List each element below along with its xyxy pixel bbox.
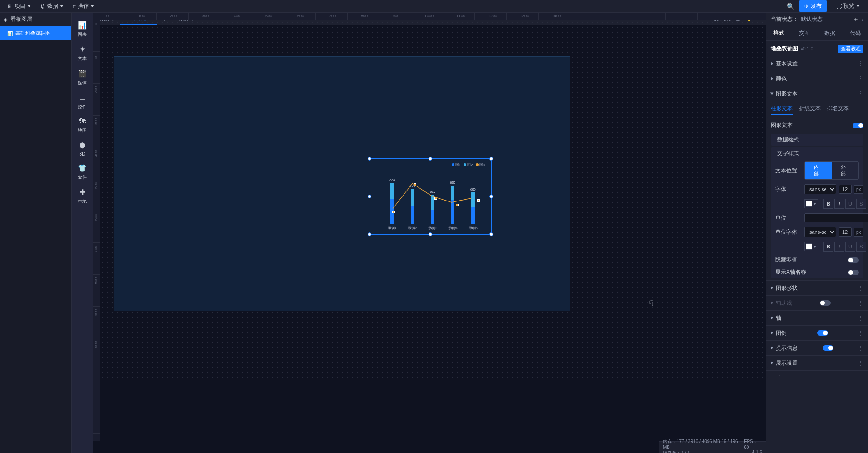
italic-button[interactable]: I: [834, 199, 844, 209]
status-bar: 内存：177 / 3910 / 4096 MB 19 / 196 MBFPS：6…: [659, 441, 766, 453]
subtab-rank[interactable]: 排名文本: [827, 105, 849, 115]
chevron-down-icon: [856, 5, 860, 7]
resize-handle[interactable]: [368, 195, 371, 198]
tab-data[interactable]: 数据: [817, 26, 843, 40]
more-icon[interactable]: ⋮: [858, 315, 863, 321]
more-icon[interactable]: ⋮: [858, 330, 863, 336]
resize-handle[interactable]: [429, 157, 432, 161]
section-shapetext[interactable]: 图形文本⋮: [766, 86, 868, 101]
shapetext-subtabs: 柱形文本 折线文本 排名文本: [766, 101, 868, 119]
more-icon[interactable]: ⋮: [858, 76, 863, 82]
underline-button[interactable]: U: [845, 199, 855, 209]
text-icon: ✶: [80, 45, 85, 54]
resize-handle[interactable]: [489, 195, 493, 198]
section-legend[interactable]: 图例⋮: [766, 326, 868, 340]
resize-handle[interactable]: [368, 157, 371, 161]
guide-toggle[interactable]: [820, 300, 831, 306]
bold-button[interactable]: B: [823, 199, 833, 209]
more-icon[interactable]: ⋮: [858, 300, 863, 306]
more-icon[interactable]: ⋮: [858, 91, 863, 97]
chevron-right-icon[interactable]: ›: [862, 16, 863, 23]
font-size-input[interactable]: [839, 185, 852, 194]
section-color[interactable]: 颜色⋮: [766, 71, 868, 86]
section-shape[interactable]: 图形形状⋮: [766, 281, 868, 295]
state-bar: 当前状态：默认状态 ＋ ›: [766, 13, 868, 26]
top-menu: 🗎项目 🛢数据 ⌗操作: [4, 0, 98, 12]
pos-inner[interactable]: 内部: [805, 162, 832, 179]
legend-toggle[interactable]: [817, 330, 828, 336]
chevron-down-icon: [27, 5, 31, 7]
unit-color-picker[interactable]: ▼: [804, 242, 818, 251]
section-base[interactable]: 基本设置⋮: [766, 56, 868, 71]
resize-handle[interactable]: [489, 157, 493, 161]
tool-media[interactable]: 🎬媒体: [72, 65, 93, 90]
tip-toggle[interactable]: [823, 345, 833, 351]
tool-control[interactable]: ▭控件: [72, 90, 93, 114]
chevron-down-icon: [60, 5, 64, 7]
menu-data[interactable]: 🛢数据: [36, 0, 67, 12]
showx-toggle[interactable]: [848, 270, 859, 275]
selected-widget[interactable]: 图1 图2 图3 6601048 690735 610580 6001005 6…: [369, 158, 492, 235]
resize-handle[interactable]: [489, 232, 493, 236]
section-axis[interactable]: 轴⋮: [766, 311, 868, 325]
chart-preview: 图1 图2 图3 6601048 690735 610580 6001005 6…: [373, 162, 488, 231]
unit-underline-button[interactable]: U: [845, 242, 855, 252]
text-position-toggle[interactable]: 内部 外部: [804, 161, 859, 180]
chevron-down-icon: [90, 5, 94, 7]
tool-3d[interactable]: ⬢3D: [72, 137, 93, 160]
font-color-picker[interactable]: ▼: [804, 199, 818, 208]
section-guide[interactable]: 辅助线⋮: [766, 296, 868, 310]
send-icon: ✈: [804, 3, 809, 10]
grid-icon: ⌗: [73, 3, 76, 10]
section-display[interactable]: 展示设置⋮: [766, 356, 868, 370]
ruler-vertical: 0 100 200 300 400 500 600 700 800 900 10…: [93, 20, 100, 441]
topbar: 🗎项目 🛢数据 ⌗操作 🔍 ✈发布 ⛶预览: [0, 0, 868, 13]
chart-line: [382, 169, 483, 224]
pos-outer[interactable]: 外部: [832, 162, 858, 179]
menu-operate[interactable]: ⌗操作: [69, 0, 98, 12]
preview-button[interactable]: ⛶预览: [832, 0, 864, 12]
unit-font-select[interactable]: sans-serif: [804, 227, 836, 237]
unit-font-size-input[interactable]: [839, 227, 852, 237]
menu-project[interactable]: 🗎项目: [4, 0, 35, 12]
board[interactable]: [114, 56, 570, 311]
chart-xaxis: 示例1示例2示例3示例4示例5: [382, 226, 483, 231]
tool-local[interactable]: ✚本地: [72, 184, 93, 208]
unit-bold-button[interactable]: B: [823, 242, 833, 252]
layers-header[interactable]: ◈看板图层: [0, 13, 71, 26]
puzzle-icon: ✚: [80, 188, 85, 196]
layer-item[interactable]: 📊基础堆叠双轴图: [0, 26, 71, 40]
publish-button[interactable]: ✈发布: [799, 0, 827, 12]
resize-handle[interactable]: [368, 232, 371, 236]
subtab-bar[interactable]: 柱形文本: [771, 105, 793, 115]
tool-text[interactable]: ✶文本: [72, 41, 93, 65]
more-icon[interactable]: ⋮: [858, 60, 863, 67]
unit-italic-button[interactable]: I: [834, 242, 844, 252]
ruler-horizontal: 0 100 200 300 400 500 600 700 800 900 10…: [93, 13, 766, 20]
sub-textstyle[interactable]: 文字样式: [771, 147, 863, 159]
tutorial-button[interactable]: 查看教程: [838, 45, 863, 53]
tab-interact[interactable]: 交互: [792, 26, 817, 40]
more-icon[interactable]: ⋮: [858, 345, 863, 351]
more-icon[interactable]: ⋮: [858, 285, 863, 291]
add-state-button[interactable]: ＋: [853, 15, 859, 24]
unit-strike-button[interactable]: S: [856, 242, 866, 252]
unit-input[interactable]: [804, 213, 868, 222]
widget-title-row: 堆叠双轴图 v0.1.0 查看教程: [766, 41, 868, 56]
section-tip[interactable]: 提示信息⋮: [766, 341, 868, 355]
section-anim[interactable]: 动画: [766, 371, 868, 376]
tool-kit[interactable]: 👕套件: [72, 160, 93, 184]
hidezero-toggle[interactable]: [848, 257, 859, 263]
resize-handle[interactable]: [429, 232, 432, 236]
shapetext-toggle[interactable]: [853, 123, 863, 128]
font-select[interactable]: sans-serif: [804, 184, 836, 194]
tool-chart[interactable]: 📊图表: [72, 17, 93, 41]
strike-button[interactable]: S: [856, 199, 866, 209]
search-icon[interactable]: 🔍: [787, 3, 794, 10]
tab-code[interactable]: 代码: [843, 26, 868, 40]
tab-style[interactable]: 样式: [766, 26, 792, 40]
more-icon[interactable]: ⋮: [858, 360, 863, 366]
sub-dataformat[interactable]: 数据格式: [771, 134, 863, 146]
tool-map[interactable]: 🗺地图: [72, 114, 93, 137]
subtab-line[interactable]: 折线文本: [799, 105, 821, 115]
